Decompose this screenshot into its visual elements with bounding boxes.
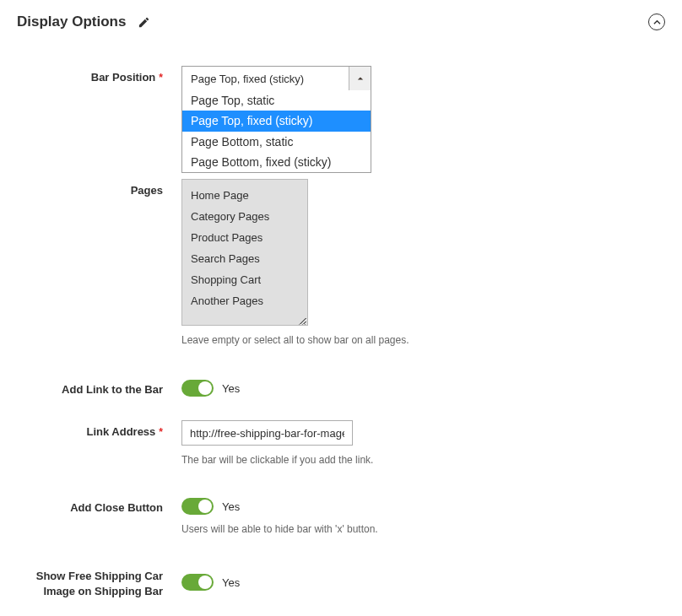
bar-position-option[interactable]: Page Bottom, static	[182, 132, 371, 152]
pages-multiselect[interactable]: Home Page Category Pages Product Pages S…	[181, 179, 308, 326]
bar-position-select[interactable]: Page Top, fixed (sticky) Page Top, stati…	[181, 66, 371, 91]
show-car-value: Yes	[222, 576, 240, 589]
bar-position-field: Page Top, fixed (sticky) Page Top, stati…	[181, 66, 665, 91]
pages-field: Home Page Category Pages Product Pages S…	[181, 179, 665, 346]
show-car-toggle[interactable]	[181, 574, 214, 591]
bar-position-row: Bar Position* Page Top, fixed (sticky) P…	[17, 66, 665, 91]
bar-position-option[interactable]: Page Top, fixed (sticky)	[182, 111, 371, 131]
link-address-label-text: Link Address	[86, 425, 155, 438]
bar-position-option[interactable]: Page Bottom, fixed (sticky)	[182, 152, 371, 172]
show-car-field: Yes	[181, 569, 665, 591]
chevron-up-icon[interactable]	[349, 67, 371, 90]
section-header: Display Options	[17, 14, 665, 30]
show-car-row: Show Free Shipping Car Image on Shipping…	[17, 569, 665, 598]
pages-option[interactable]: Product Pages	[182, 227, 307, 248]
link-address-label: Link Address*	[17, 420, 181, 438]
pages-option[interactable]: Category Pages	[182, 206, 307, 227]
pages-option[interactable]: Another Pages	[182, 290, 307, 311]
toggle-knob	[198, 381, 212, 395]
bar-position-option[interactable]: Page Top, static	[182, 90, 371, 111]
add-close-label: Add Close Button	[17, 496, 181, 514]
toggle-knob	[198, 500, 212, 513]
link-address-row: Link Address* The bar will be clickable …	[17, 420, 665, 466]
bar-position-dropdown-list: Page Top, static Page Top, fixed (sticky…	[181, 90, 371, 173]
bar-position-label-text: Bar Position	[91, 71, 156, 84]
add-link-label: Add Link to the Bar	[17, 378, 181, 396]
section-title: Display Options	[17, 14, 126, 30]
bar-position-select-display[interactable]: Page Top, fixed (sticky)	[181, 66, 371, 91]
add-link-value: Yes	[222, 382, 240, 395]
add-close-help: Users will be able to hide bar with 'x' …	[181, 523, 665, 535]
collapse-toggle-button[interactable]	[648, 14, 665, 30]
pages-help-text: Leave empty or select all to show bar on…	[181, 334, 665, 346]
show-car-toggle-wrap: Yes	[181, 569, 665, 591]
add-close-value: Yes	[222, 500, 240, 513]
link-address-field: The bar will be clickable if you add the…	[181, 420, 665, 466]
resize-handle-icon[interactable]	[298, 316, 306, 324]
add-link-toggle-wrap: Yes	[181, 378, 665, 397]
bar-position-label: Bar Position*	[17, 66, 181, 84]
add-close-row: Add Close Button Yes Users will be able …	[17, 496, 665, 535]
add-link-field: Yes	[181, 378, 665, 397]
pages-option[interactable]: Search Pages	[182, 248, 307, 269]
required-asterisk: *	[159, 72, 163, 84]
required-asterisk: *	[159, 426, 163, 438]
link-address-input[interactable]	[181, 420, 353, 446]
add-close-toggle-wrap: Yes	[181, 496, 665, 515]
pages-option[interactable]: Home Page	[182, 185, 307, 206]
add-close-toggle[interactable]	[181, 498, 214, 515]
link-address-help: The bar will be clickable if you add the…	[181, 454, 665, 466]
section-title-wrap: Display Options	[17, 14, 150, 30]
add-link-row: Add Link to the Bar Yes	[17, 378, 665, 397]
add-close-field: Yes Users will be able to hide bar with …	[181, 496, 665, 535]
show-car-label: Show Free Shipping Car Image on Shipping…	[17, 569, 181, 598]
pages-row: Pages Home Page Category Pages Product P…	[17, 179, 665, 346]
add-link-toggle[interactable]	[181, 380, 214, 397]
toggle-knob	[198, 575, 212, 589]
pages-label: Pages	[17, 179, 181, 197]
pages-option[interactable]: Shopping Cart	[182, 269, 307, 290]
bar-position-selected-text: Page Top, fixed (sticky)	[182, 73, 349, 85]
edit-icon[interactable]	[138, 16, 150, 29]
